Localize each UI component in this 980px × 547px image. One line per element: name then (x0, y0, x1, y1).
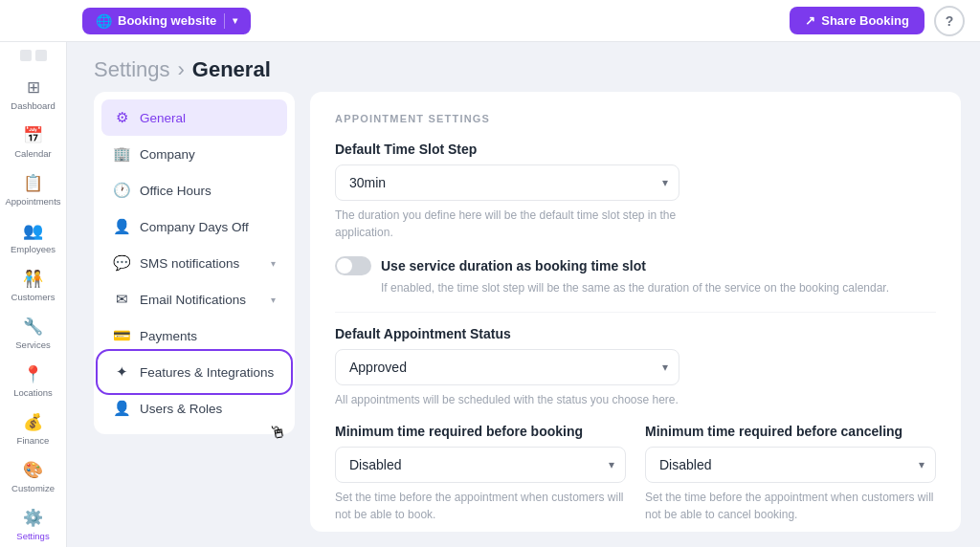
nav-item-office-hours-label: Office Hours (140, 184, 212, 198)
email-nav-icon: ✉ (113, 291, 130, 308)
sidebar-item-label: Finance (17, 435, 50, 446)
email-arrow-icon: ▾ (271, 295, 276, 305)
settings-panel: APPOINTMENT SETTINGS Default Time Slot S… (310, 92, 961, 532)
min-time-canceling-group: Minimum time required before canceling D… (645, 424, 936, 523)
nav-item-users-label: Users & Roles (140, 402, 222, 416)
sidebar-item-label: Services (15, 339, 50, 350)
breadcrumb-separator: › (178, 57, 185, 82)
service-duration-hint: If enabled, the time slot step will be t… (381, 279, 936, 296)
dashboard-icon: ⊞ (27, 77, 40, 98)
sidebar-item-label: Customize (11, 483, 55, 493)
service-duration-toggle-group: Use service duration as booking time slo… (335, 256, 936, 296)
employees-icon: 👥 (23, 221, 43, 241)
nav-item-email-notifications[interactable]: ✉ Email Notifications ▾ (101, 281, 287, 317)
time-slot-step-label: Default Time Slot Step (335, 142, 936, 157)
sidebar-item-label: Employees (11, 244, 56, 254)
time-slot-hint: The duration you define here will be the… (335, 207, 679, 241)
sidebar-item-settings[interactable]: ⚙️ Settings (7, 501, 60, 547)
min-canceling-hint: Set the time before the appointment when… (645, 489, 936, 523)
sidebar-item-calendar[interactable]: 📅 Calendar (7, 119, 60, 165)
users-nav-icon: 👤 (113, 400, 130, 417)
page-header: Settings › General (67, 42, 980, 92)
booking-website-button[interactable]: 🌐 Booking website ▾ (82, 8, 251, 34)
chevron-down-icon: ▾ (233, 15, 237, 26)
share-icon: ↗ (805, 13, 815, 28)
customize-icon: 🎨 (23, 460, 43, 480)
sidebar-item-employees[interactable]: 👥 Employees (7, 214, 60, 261)
features-nav-icon: ✦ (113, 363, 130, 381)
customers-icon: 🧑‍🤝‍🧑 (23, 269, 43, 289)
time-slot-select[interactable]: 30min 10min 15min 45min 60min (335, 164, 679, 201)
nav-item-company[interactable]: 🏢 Company (101, 136, 287, 172)
payments-nav-icon: 💳 (113, 327, 130, 344)
nav-item-payments[interactable]: 💳 Payments (101, 317, 287, 354)
general-nav-icon: ⚙ (113, 109, 130, 126)
sidebar-item-services[interactable]: 🔧 Services (7, 310, 60, 357)
sidebar-item-label: Dashboard (11, 100, 55, 111)
sidebar-item-locations[interactable]: 📍 Locations (7, 358, 60, 405)
calendar-icon: 📅 (23, 125, 43, 145)
office-hours-nav-icon: 🕐 (113, 182, 130, 199)
two-col-booking-canceling: Minimum time required before booking Dis… (335, 424, 936, 523)
nav-item-sms-notifications[interactable]: 💬 SMS notifications ▾ (101, 245, 287, 281)
sidebar-item-label: Customers (11, 292, 56, 302)
nav-item-company-days-off-label: Company Days Off (140, 220, 249, 234)
nav-item-payments-label: Payments (140, 329, 197, 343)
appointment-status-group: Default Appointment Status Approved Pend… (335, 326, 936, 408)
breadcrumb: Settings › General (94, 57, 953, 82)
service-duration-toggle[interactable] (335, 256, 371, 275)
sidebar-item-finance[interactable]: 💰 Finance (7, 405, 60, 452)
globe-icon: 🌐 (96, 13, 112, 29)
nav-item-features-integrations[interactable]: ✦ Features & Integrations (101, 354, 287, 390)
time-slot-step-group: Default Time Slot Step 30min 10min 15min… (335, 142, 936, 241)
booking-website-label: Booking website (118, 13, 216, 28)
min-time-canceling-select[interactable]: Disabled 30min 1 hour (645, 447, 936, 483)
finance-icon: 💰 (23, 412, 43, 432)
nav-item-users-roles[interactable]: 👤 Users & Roles (101, 390, 287, 427)
service-duration-label: Use service duration as booking time slo… (381, 258, 646, 274)
nav-item-general[interactable]: ⚙ General (101, 99, 287, 136)
question-mark-icon: ? (946, 13, 954, 29)
sms-nav-icon: 💬 (113, 254, 130, 272)
appointment-settings-title: APPOINTMENT SETTINGS (335, 113, 936, 124)
nav-item-email-label: Email Notifications (140, 293, 246, 307)
toggle-knob (337, 258, 352, 274)
settings-nav: ⚙ General 🏢 Company 🕐 Office Hours 👤 Com… (94, 92, 295, 434)
min-time-booking-label: Minimum time required before booking (335, 424, 626, 439)
time-slot-select-wrapper: 30min 10min 15min 45min 60min ▾ (335, 164, 679, 201)
services-icon: 🔧 (23, 317, 43, 337)
sidebar-collapse-btn[interactable] (20, 50, 32, 61)
help-button[interactable]: ? (934, 6, 965, 36)
nav-item-company-label: Company (140, 147, 195, 162)
nav-item-sms-label: SMS notifications (140, 256, 239, 271)
share-booking-label: Share Booking (821, 13, 909, 28)
content-area: Settings › General ⚙ General 🏢 Company 🕐 (67, 42, 980, 547)
min-time-booking-select[interactable]: Disabled 30min 1 hour 2 hours (335, 447, 626, 483)
company-days-off-nav-icon: 👤 (113, 218, 130, 235)
sidebar-item-label: Calendar (14, 148, 52, 159)
appointment-status-select[interactable]: Approved Pending Cancelled Rejected (335, 349, 679, 385)
sidebar-item-customize[interactable]: 🎨 Customize (7, 453, 60, 500)
sidebar-item-label: Locations (13, 387, 53, 398)
locations-icon: 📍 (23, 364, 43, 384)
company-nav-icon: 🏢 (113, 145, 130, 163)
nav-item-company-days-off[interactable]: 👤 Company Days Off (101, 208, 287, 245)
min-time-canceling-label: Minimum time required before canceling (645, 424, 936, 439)
settings-icon: ⚙️ (23, 508, 43, 528)
min-booking-hint: Set the time before the appointment when… (335, 489, 626, 523)
appointment-status-hint: All appointments will be scheduled with … (335, 391, 679, 408)
appointments-icon: 📋 (23, 173, 43, 193)
sidebar-item-customers[interactable]: 🧑‍🤝‍🧑 Customers (7, 262, 60, 309)
nav-item-office-hours[interactable]: 🕐 Office Hours (101, 172, 287, 208)
sidebar-expand-btn[interactable] (35, 50, 47, 61)
nav-item-features-label: Features & Integrations (140, 365, 274, 380)
sidebar-item-label: Settings (16, 531, 49, 541)
sidebar-item-label: Appointments (5, 196, 60, 207)
nav-item-general-label: General (140, 111, 186, 125)
sidebar-item-appointments[interactable]: 📋 Appointments (7, 166, 60, 213)
appointment-status-label: Default Appointment Status (335, 326, 936, 341)
sidebar-item-dashboard[interactable]: ⊞ Dashboard (7, 71, 60, 118)
share-booking-button[interactable]: ↗ Share Booking (790, 7, 924, 34)
breadcrumb-current: General (192, 57, 271, 82)
appointment-status-select-wrapper: Approved Pending Cancelled Rejected ▾ (335, 349, 679, 385)
